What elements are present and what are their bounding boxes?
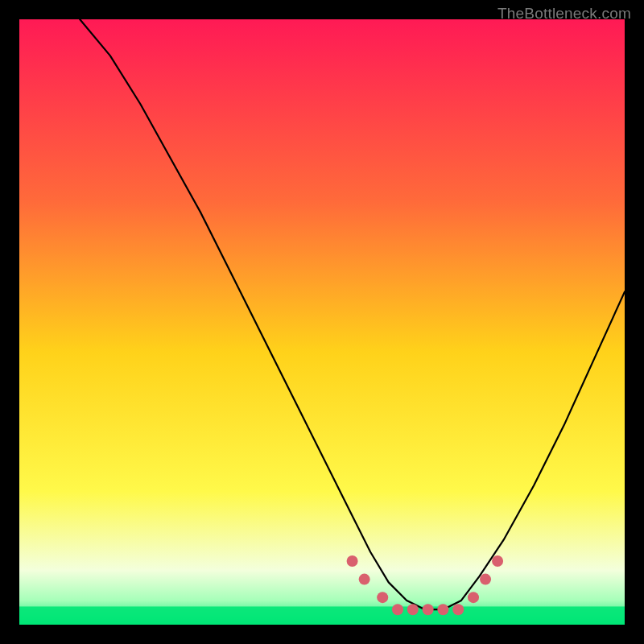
highlight-marker [452,604,464,615]
highlight-marker [492,555,503,567]
highlight-marker [347,555,358,567]
green-optimal-band [19,606,625,625]
highlight-marker [480,574,491,585]
highlight-marker [377,592,388,603]
chart-svg [19,19,625,625]
highlight-marker [468,592,479,603]
chart-container: TheBottleneck.com [0,0,644,644]
gradient-background [19,19,625,625]
highlight-marker [392,604,403,615]
watermark-label: TheBottleneck.com [497,5,631,23]
highlight-marker [437,604,448,615]
plot-area [19,19,625,625]
highlight-marker [423,604,434,615]
highlight-marker [359,574,370,585]
highlight-marker [407,604,419,615]
